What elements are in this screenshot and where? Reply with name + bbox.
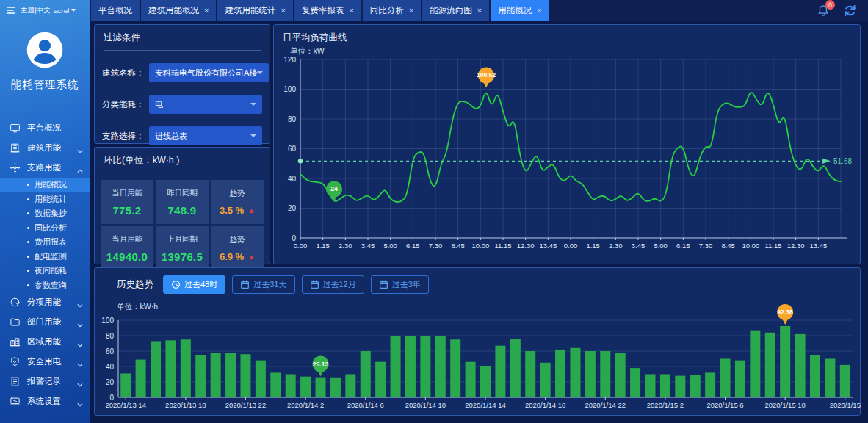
svg-text:1:15: 1:15 bbox=[586, 242, 600, 250]
sidebar-subitem-5[interactable]: 配电监测 bbox=[0, 250, 90, 264]
sidebar-item-4[interactable]: 部门用能 bbox=[0, 312, 90, 332]
history-range-button-0[interactable]: 过去48时 bbox=[163, 275, 225, 294]
calendar-icon bbox=[240, 280, 250, 289]
chevron-down-icon bbox=[77, 300, 83, 305]
app-title: 能耗管理系统 bbox=[0, 78, 90, 92]
bullet-icon bbox=[27, 270, 29, 272]
close-tab-icon[interactable]: × bbox=[281, 6, 285, 15]
svg-text:2:30: 2:30 bbox=[339, 242, 352, 250]
bar bbox=[345, 375, 355, 398]
chevron-down-icon bbox=[250, 103, 256, 106]
bar bbox=[750, 331, 760, 397]
average-value-label: 51.68 bbox=[833, 157, 852, 165]
close-tab-icon[interactable]: × bbox=[349, 6, 353, 15]
sidebar-item-label: 系统设置 bbox=[27, 396, 61, 407]
history-range-button-3[interactable]: 过去3年 bbox=[371, 275, 429, 294]
topbar-actions: 0 bbox=[817, 0, 868, 21]
sidebar-item-5[interactable]: 区域用能 bbox=[0, 332, 90, 352]
chevron-down-icon bbox=[77, 400, 83, 404]
stat-day-trend: 趋势 3.5 %▲ bbox=[211, 180, 264, 224]
bar bbox=[361, 351, 371, 397]
tab-2[interactable]: 建筑用能统计× bbox=[217, 0, 292, 21]
notifications-button[interactable]: 0 bbox=[817, 4, 830, 17]
close-tab-icon[interactable]: × bbox=[409, 6, 413, 15]
chevron-down-icon bbox=[77, 146, 83, 151]
shield-icon bbox=[10, 356, 21, 367]
building-name-select[interactable]: 安科瑞电气股份有限公司A楼 bbox=[149, 63, 269, 82]
svg-text:3:45: 3:45 bbox=[632, 242, 645, 250]
main-content: 过滤条件 建筑名称： 安科瑞电气股份有限公司A楼 分类能耗： 电 支路选择： 进… bbox=[90, 21, 868, 423]
branch-select-row: 支路选择： 进线总表 bbox=[95, 126, 270, 145]
svg-text:0: 0 bbox=[292, 234, 296, 242]
svg-text:92.38: 92.38 bbox=[778, 308, 794, 316]
sidebar-item-label: 报警记录 bbox=[27, 376, 61, 387]
history-range-buttons: 过去48时过去31天过去12月过去3年 bbox=[163, 275, 429, 294]
svg-text:2020/1/15 10: 2020/1/15 10 bbox=[764, 401, 805, 409]
svg-text:1:15: 1:15 bbox=[316, 242, 330, 250]
svg-text:80: 80 bbox=[106, 332, 115, 340]
sidebar-subitem-3[interactable]: 同比分析 bbox=[0, 221, 90, 236]
line-chart: 0204060801001200:001:152:303:455:006:157… bbox=[274, 25, 861, 265]
tab-0[interactable]: 平台概况 bbox=[91, 0, 140, 21]
refresh-icon bbox=[842, 3, 858, 18]
bar-max-marker: 92.38 bbox=[777, 304, 793, 325]
bar bbox=[225, 352, 236, 397]
refresh-button[interactable] bbox=[842, 3, 858, 18]
svg-text:5:00: 5:00 bbox=[654, 242, 668, 250]
close-tab-icon[interactable]: × bbox=[477, 6, 482, 15]
bar bbox=[405, 336, 416, 397]
bar bbox=[435, 336, 446, 397]
bar bbox=[825, 359, 835, 398]
sidebar-subitem-2[interactable]: 数据集抄 bbox=[0, 206, 90, 221]
chevron-up-icon bbox=[77, 166, 83, 170]
sidebar-item-0[interactable]: 平台概况 bbox=[0, 118, 90, 138]
sidebar-subitem-4[interactable]: 费用报表 bbox=[0, 235, 90, 250]
bar-min-marker: 25.13 bbox=[313, 356, 329, 377]
sidebar-item-3[interactable]: 分项用能 bbox=[0, 292, 90, 312]
sidebar-subitem-7[interactable]: 参数查询 bbox=[0, 278, 90, 293]
svg-text:2020/1/15 2: 2020/1/15 2 bbox=[647, 401, 684, 409]
sidebar-item-7[interactable]: 报警记录 bbox=[0, 372, 90, 391]
sidebar-subitem-1[interactable]: 用能统计 bbox=[0, 192, 90, 207]
branch-select[interactable]: 进线总表 bbox=[149, 126, 262, 145]
average-arrow-icon bbox=[822, 158, 831, 164]
tab-3[interactable]: 复费率报表× bbox=[294, 0, 361, 21]
svg-text:0: 0 bbox=[109, 394, 114, 402]
svg-text:7:30: 7:30 bbox=[429, 242, 443, 250]
tab-4[interactable]: 同比分析× bbox=[363, 0, 421, 21]
bar bbox=[300, 377, 311, 397]
sidebar-nav: 平台概况建筑用能支路用能用能概况用能统计数据集抄同比分析费用报表配电监测夜间能耗… bbox=[0, 118, 90, 411]
bar bbox=[240, 354, 250, 397]
tab-1[interactable]: 建筑用能概况× bbox=[141, 0, 216, 21]
svg-text:2:30: 2:30 bbox=[609, 242, 623, 250]
settings-icon bbox=[10, 396, 21, 407]
bar bbox=[645, 375, 655, 398]
sidebar-item-6[interactable]: 安全用电 bbox=[0, 352, 90, 372]
close-tab-icon[interactable]: × bbox=[204, 6, 209, 15]
theme-language-switch[interactable]: 主题|中文 bbox=[21, 6, 50, 15]
sidebar-subitem-0[interactable]: 用能概况 bbox=[0, 178, 90, 192]
svg-text:13:45: 13:45 bbox=[539, 242, 557, 250]
menu-toggle-icon[interactable] bbox=[5, 4, 17, 16]
sidebar-item-2[interactable]: 支路用能 bbox=[0, 158, 90, 178]
tab-6[interactable]: 用能概况× bbox=[491, 0, 549, 21]
svg-text:2020/1/15 6: 2020/1/15 6 bbox=[706, 401, 743, 409]
sidebar-item-1[interactable]: 建筑用能 bbox=[0, 138, 90, 158]
bar bbox=[705, 372, 715, 397]
sidebar-item-8[interactable]: 系统设置 bbox=[0, 391, 90, 411]
sidebar-subitem-6[interactable]: 夜间能耗 bbox=[0, 264, 90, 278]
stat-month-usage: 当月用能 14940.0 bbox=[101, 226, 153, 270]
tab-5[interactable]: 能源流向图× bbox=[422, 0, 489, 21]
svg-text:20: 20 bbox=[288, 204, 297, 212]
bullet-icon bbox=[27, 212, 29, 214]
building-name-label: 建筑名称： bbox=[102, 68, 149, 79]
energy-type-select[interactable]: 电 bbox=[149, 95, 262, 114]
close-tab-icon[interactable]: × bbox=[537, 6, 541, 15]
building-name-row: 建筑名称： 安科瑞电气股份有限公司A楼 bbox=[95, 63, 270, 82]
svg-text:2020/1/14 18: 2020/1/14 18 bbox=[525, 401, 565, 409]
svg-text:10:00: 10:00 bbox=[471, 242, 489, 250]
user-menu[interactable]: acrel bbox=[54, 7, 76, 15]
history-range-button-1[interactable]: 过去31天 bbox=[232, 275, 294, 294]
svg-text:2020/1/14 22: 2020/1/14 22 bbox=[585, 401, 626, 409]
history-range-button-2[interactable]: 过去12月 bbox=[302, 275, 364, 294]
